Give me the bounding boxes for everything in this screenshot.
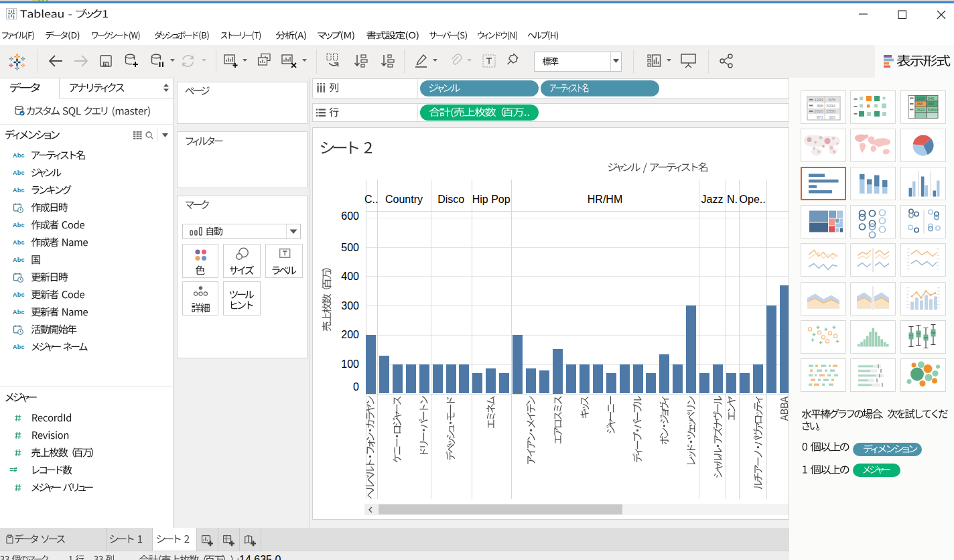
svg-text:53890: 53890: [928, 107, 938, 111]
svg-text:971: 971: [816, 114, 823, 119]
svg-text:380: 380: [928, 102, 934, 106]
svg-text:2556: 2556: [826, 109, 835, 113]
svg-text:2620: 2620: [916, 107, 925, 111]
svg-text:678: 678: [828, 96, 835, 101]
svg-text:368: 368: [916, 102, 923, 106]
svg-text:368: 368: [816, 102, 823, 107]
svg-text:1234: 1234: [916, 96, 925, 100]
svg-text:3034: 3034: [826, 102, 835, 107]
svg-text:1234: 1234: [814, 96, 823, 101]
svg-text:322: 322: [828, 114, 835, 119]
svg-text:2620: 2620: [814, 109, 823, 113]
svg-text:546: 546: [928, 96, 934, 100]
